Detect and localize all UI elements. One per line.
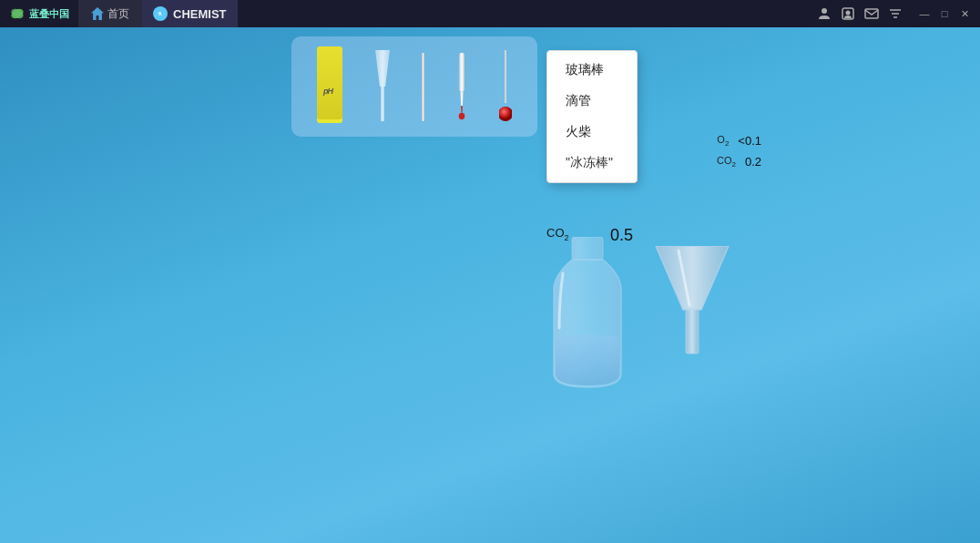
ph-strip[interactable]: pH xyxy=(317,50,342,123)
svg-marker-16 xyxy=(460,91,464,106)
svg-point-18 xyxy=(459,112,465,119)
menu-item-glass-rod[interactable]: 玻璃棒 xyxy=(547,55,637,86)
home-tab[interactable]: 首页 xyxy=(78,0,142,27)
context-menu: 玻璃棒 滴管 火柴 "冰冻棒" xyxy=(546,50,638,183)
svg-rect-15 xyxy=(459,53,464,91)
maximize-button[interactable]: □ xyxy=(938,7,951,20)
filter-icon[interactable] xyxy=(887,5,903,22)
funnel-large[interactable] xyxy=(651,246,733,359)
svg-text:pH: pH xyxy=(322,87,333,96)
svg-marker-22 xyxy=(656,246,729,310)
needle-tool[interactable] xyxy=(422,53,424,121)
o2-formula: O2 xyxy=(717,132,729,150)
svg-rect-7 xyxy=(865,9,878,18)
svg-rect-14 xyxy=(381,87,384,121)
chemist-tab[interactable]: ⚗ CHEMIST xyxy=(142,0,238,27)
menu-item-dropper[interactable]: 滴管 xyxy=(547,86,637,117)
svg-rect-23 xyxy=(686,310,699,353)
logo-text: 蓝叠中国 xyxy=(29,7,69,21)
o2-value: <0.1 xyxy=(738,132,761,151)
main-canvas: pH xyxy=(0,27,980,543)
svg-point-20 xyxy=(499,107,512,121)
close-button[interactable]: ✕ xyxy=(958,7,971,20)
logo-icon xyxy=(9,5,26,22)
co2-formula: CO2 xyxy=(717,153,736,171)
home-icon xyxy=(91,7,104,20)
home-label: 首页 xyxy=(107,6,129,22)
avatar-icon[interactable] xyxy=(840,5,856,22)
svg-rect-19 xyxy=(505,50,506,103)
values-display: O2 <0.1 CO2 0.2 xyxy=(717,132,761,174)
svg-point-6 xyxy=(846,11,851,15)
titlebar-controls: — □ ✕ xyxy=(816,5,980,22)
svg-point-4 xyxy=(822,8,827,14)
co2-value: 0.2 xyxy=(745,153,761,172)
user-icon[interactable] xyxy=(816,5,832,22)
menu-item-ice-stick[interactable]: "冰冻棒" xyxy=(547,148,637,179)
chemist-tab-label: CHEMIST xyxy=(173,7,227,21)
red-ball-dropper[interactable] xyxy=(499,50,512,123)
titlebar-left: 蓝叠中国 首页 ⚗ CHEMIST xyxy=(0,0,238,27)
o2-value-row: O2 <0.1 xyxy=(717,132,761,151)
co2-value-row: CO2 0.2 xyxy=(717,153,761,172)
svg-rect-21 xyxy=(572,237,603,260)
svg-marker-13 xyxy=(375,50,390,87)
minimize-button[interactable]: — xyxy=(918,7,931,20)
svg-rect-11 xyxy=(317,46,342,119)
bottle-container[interactable] xyxy=(537,237,638,395)
dropper-tool[interactable] xyxy=(458,53,465,121)
tool-panel: pH xyxy=(291,36,537,137)
mail-icon[interactable] xyxy=(863,5,880,22)
funnel-large-svg xyxy=(651,246,733,355)
svg-point-1 xyxy=(10,7,26,21)
chemist-tab-icon: ⚗ xyxy=(153,6,168,21)
menu-item-match[interactable]: 火柴 xyxy=(547,117,637,148)
bottle-svg xyxy=(537,237,638,392)
funnel-tool[interactable] xyxy=(376,50,389,123)
logo-area: 蓝叠中国 xyxy=(0,0,78,27)
svg-marker-17 xyxy=(461,106,463,113)
titlebar: 蓝叠中国 首页 ⚗ CHEMIST — □ xyxy=(0,0,980,27)
